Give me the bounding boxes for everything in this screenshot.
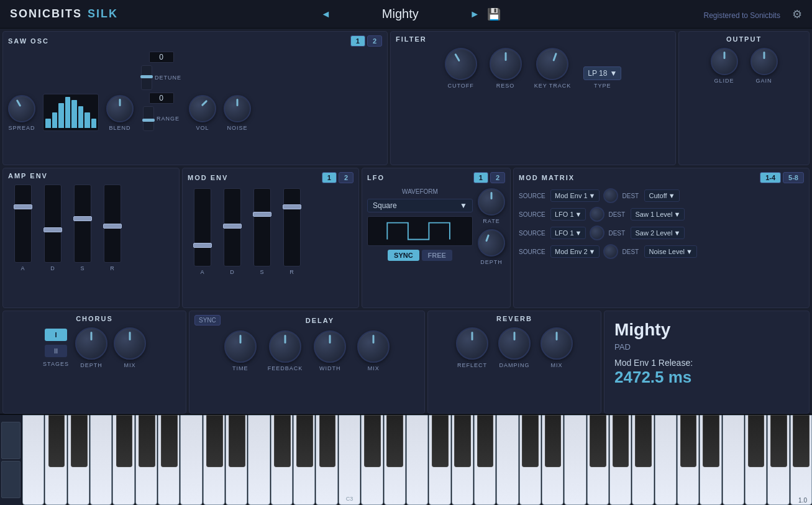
reverb-mix-knob[interactable] [541,327,573,360]
black-key-fs2[interactable] [274,415,291,467]
black-key-fs3[interactable] [432,415,449,467]
white-key-8[interactable] [180,415,202,505]
white-key-11[interactable] [248,415,270,505]
amp-attack-slider[interactable] [14,184,32,263]
white-key-4[interactable] [90,415,112,505]
blend-knob[interactable] [106,95,134,122]
lfo-tab-2[interactable]: 2 [490,172,505,183]
lfo-rate-knob[interactable] [478,188,505,216]
matrix-dest-select-3[interactable]: Saw 2 Level▼ [631,227,685,239]
black-key-gs1[interactable] [139,415,155,467]
gain-knob[interactable] [750,48,778,75]
glide-knob[interactable] [711,48,738,75]
mod-attack-slider[interactable] [194,188,211,266]
black-key-ds1[interactable] [71,415,88,467]
mod-decay-slider[interactable] [224,188,241,266]
saw-tab-2[interactable]: 2 [367,35,382,47]
black-key-fs1[interactable] [116,415,133,467]
white-key-22[interactable] [496,415,518,505]
white-key-29[interactable] [655,415,677,505]
delay-feedback-knob[interactable] [269,330,301,363]
cutoff-knob[interactable] [439,42,483,86]
matrix-source-select-4[interactable]: Mod Env 2▼ [550,245,600,258]
preset-next-button[interactable]: ► [470,9,480,20]
lfo-tab-1[interactable]: 1 [473,172,488,183]
delay-time-knob[interactable] [224,330,257,363]
black-key-as1[interactable] [161,415,178,467]
matrix-source-select-3[interactable]: LFO 1▼ [550,227,586,239]
matrix-amount-knob-4[interactable] [603,244,618,259]
black-key-gs3[interactable] [454,415,471,467]
black-key-gs5[interactable] [770,415,787,467]
black-key-cs5[interactable] [680,415,697,467]
matrix-source-select-2[interactable]: LFO 1▼ [550,208,586,221]
amp-sustain-slider[interactable] [74,184,91,263]
mod-tab-1[interactable]: 1 [322,172,337,183]
lfo-sync-button[interactable]: SYNC [388,250,419,261]
preset-save-button[interactable]: 💾 [487,7,501,21]
black-key-as3[interactable] [477,415,494,467]
mod-release-slider[interactable] [283,188,301,266]
mod-sustain-slider[interactable] [253,188,271,266]
matrix-amount-knob-3[interactable] [590,225,604,240]
black-key-gs4[interactable] [613,415,629,467]
matrix-dest-select-4[interactable]: Noise Level▼ [644,245,696,258]
delay-width-knob[interactable] [314,330,346,363]
matrix-amount-knob-2[interactable] [590,207,604,222]
noise-knob[interactable] [224,95,251,122]
keytrack-knob[interactable] [532,43,573,85]
lfo-depth-knob[interactable] [472,224,511,262]
chorus-stage-i-button[interactable]: I [45,329,67,341]
lfo-waveform-select[interactable]: Square ▼ [367,199,473,212]
black-key-as2[interactable] [319,415,336,467]
black-key-ds5[interactable] [703,415,719,467]
matrix-amount-knob-1[interactable] [603,188,618,203]
amp-sustain-label: S [80,265,84,271]
reverb-reflect-knob[interactable] [456,327,488,360]
pitch-bend-up[interactable] [1,422,21,459]
delay-sync-badge[interactable]: SYNC [194,315,221,325]
black-key-as5[interactable] [793,415,810,467]
white-key-32[interactable] [723,415,744,505]
black-key-cs2[interactable] [206,415,223,467]
delay-mix-knob[interactable] [357,330,390,363]
reso-knob[interactable] [490,48,522,80]
preset-prev-button[interactable]: ◄ [321,9,331,20]
black-key-fs5[interactable] [748,415,765,467]
white-key-1[interactable] [22,415,44,505]
filter-type-select[interactable]: LP 18 ▼ [583,66,621,80]
range-slider[interactable] [143,106,154,131]
vol-knob[interactable] [189,95,216,122]
lfo-waveform-label: WAVEFORM [367,188,473,195]
black-key-fs4[interactable] [590,415,606,467]
matrix-source-select-1[interactable]: Mod Env 1▼ [550,189,600,202]
black-key-as4[interactable] [635,415,652,467]
white-key-25[interactable] [564,415,586,505]
detune-slider[interactable] [141,65,152,90]
matrix-tab-58[interactable]: 5-8 [783,172,804,183]
black-key-cs1[interactable] [48,415,65,467]
matrix-dest-select-2[interactable]: Saw 1 Level▼ [631,208,685,221]
matrix-tab-14[interactable]: 1-4 [760,172,781,183]
spread-knob[interactable] [8,95,35,122]
pitch-bend-down[interactable] [1,461,21,498]
settings-icon[interactable]: ⚙ [792,8,802,20]
amp-decay-slider[interactable] [44,184,62,263]
mod-tab-2[interactable]: 2 [339,172,354,183]
white-key-15[interactable]: C3 [339,415,360,505]
black-key-gs2[interactable] [296,415,313,467]
amp-release-slider[interactable] [104,184,121,263]
black-key-cs4[interactable] [522,415,539,467]
lfo-free-button[interactable]: FREE [422,250,452,261]
chorus-stage-ii-button[interactable]: II [45,345,67,357]
black-key-ds4[interactable] [545,415,562,467]
chorus-depth-knob[interactable] [75,327,107,360]
saw-tab-1[interactable]: 1 [350,35,365,47]
white-key-18[interactable] [406,415,428,505]
matrix-dest-select-1[interactable]: Cutoff▼ [644,189,679,202]
black-key-ds3[interactable] [386,415,403,467]
black-key-cs3[interactable] [364,415,381,467]
reverb-damping-knob[interactable] [498,327,531,360]
chorus-mix-knob[interactable] [114,327,146,360]
black-key-ds2[interactable] [229,415,245,467]
